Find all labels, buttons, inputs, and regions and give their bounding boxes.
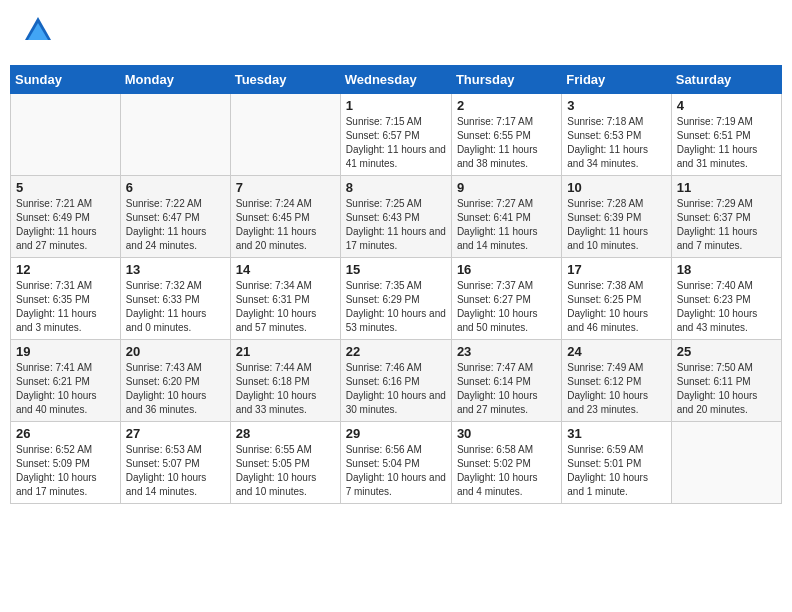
day-info: Sunrise: 7:50 AM Sunset: 6:11 PM Dayligh… bbox=[677, 361, 776, 417]
day-number: 23 bbox=[457, 344, 556, 359]
day-info: Sunrise: 7:49 AM Sunset: 6:12 PM Dayligh… bbox=[567, 361, 665, 417]
day-number: 30 bbox=[457, 426, 556, 441]
day-info: Sunrise: 7:41 AM Sunset: 6:21 PM Dayligh… bbox=[16, 361, 115, 417]
weekday-header: Saturday bbox=[671, 66, 781, 94]
weekday-header: Tuesday bbox=[230, 66, 340, 94]
day-number: 5 bbox=[16, 180, 115, 195]
day-number: 4 bbox=[677, 98, 776, 113]
day-info: Sunrise: 7:43 AM Sunset: 6:20 PM Dayligh… bbox=[126, 361, 225, 417]
day-info: Sunrise: 6:59 AM Sunset: 5:01 PM Dayligh… bbox=[567, 443, 665, 499]
calendar-cell: 30Sunrise: 6:58 AM Sunset: 5:02 PM Dayli… bbox=[451, 422, 561, 504]
calendar-cell: 11Sunrise: 7:29 AM Sunset: 6:37 PM Dayli… bbox=[671, 176, 781, 258]
calendar-cell: 9Sunrise: 7:27 AM Sunset: 6:41 PM Daylig… bbox=[451, 176, 561, 258]
day-number: 7 bbox=[236, 180, 335, 195]
calendar-cell: 20Sunrise: 7:43 AM Sunset: 6:20 PM Dayli… bbox=[120, 340, 230, 422]
calendar-cell: 7Sunrise: 7:24 AM Sunset: 6:45 PM Daylig… bbox=[230, 176, 340, 258]
day-number: 27 bbox=[126, 426, 225, 441]
calendar-cell: 19Sunrise: 7:41 AM Sunset: 6:21 PM Dayli… bbox=[11, 340, 121, 422]
day-number: 25 bbox=[677, 344, 776, 359]
day-number: 13 bbox=[126, 262, 225, 277]
day-number: 29 bbox=[346, 426, 446, 441]
day-number: 24 bbox=[567, 344, 665, 359]
calendar-cell: 4Sunrise: 7:19 AM Sunset: 6:51 PM Daylig… bbox=[671, 94, 781, 176]
calendar-week-row: 19Sunrise: 7:41 AM Sunset: 6:21 PM Dayli… bbox=[11, 340, 782, 422]
calendar-cell: 25Sunrise: 7:50 AM Sunset: 6:11 PM Dayli… bbox=[671, 340, 781, 422]
weekday-header: Sunday bbox=[11, 66, 121, 94]
day-info: Sunrise: 7:18 AM Sunset: 6:53 PM Dayligh… bbox=[567, 115, 665, 171]
calendar-week-row: 26Sunrise: 6:52 AM Sunset: 5:09 PM Dayli… bbox=[11, 422, 782, 504]
calendar-cell: 28Sunrise: 6:55 AM Sunset: 5:05 PM Dayli… bbox=[230, 422, 340, 504]
day-info: Sunrise: 7:38 AM Sunset: 6:25 PM Dayligh… bbox=[567, 279, 665, 335]
day-info: Sunrise: 7:28 AM Sunset: 6:39 PM Dayligh… bbox=[567, 197, 665, 253]
day-number: 16 bbox=[457, 262, 556, 277]
calendar-cell: 24Sunrise: 7:49 AM Sunset: 6:12 PM Dayli… bbox=[562, 340, 671, 422]
calendar-cell: 27Sunrise: 6:53 AM Sunset: 5:07 PM Dayli… bbox=[120, 422, 230, 504]
day-info: Sunrise: 7:44 AM Sunset: 6:18 PM Dayligh… bbox=[236, 361, 335, 417]
calendar-week-row: 12Sunrise: 7:31 AM Sunset: 6:35 PM Dayli… bbox=[11, 258, 782, 340]
calendar: SundayMondayTuesdayWednesdayThursdayFrid… bbox=[10, 65, 782, 504]
day-info: Sunrise: 7:46 AM Sunset: 6:16 PM Dayligh… bbox=[346, 361, 446, 417]
calendar-cell: 3Sunrise: 7:18 AM Sunset: 6:53 PM Daylig… bbox=[562, 94, 671, 176]
weekday-header: Wednesday bbox=[340, 66, 451, 94]
calendar-cell: 22Sunrise: 7:46 AM Sunset: 6:16 PM Dayli… bbox=[340, 340, 451, 422]
day-info: Sunrise: 7:47 AM Sunset: 6:14 PM Dayligh… bbox=[457, 361, 556, 417]
day-info: Sunrise: 7:27 AM Sunset: 6:41 PM Dayligh… bbox=[457, 197, 556, 253]
day-info: Sunrise: 6:52 AM Sunset: 5:09 PM Dayligh… bbox=[16, 443, 115, 499]
calendar-cell bbox=[120, 94, 230, 176]
calendar-cell: 12Sunrise: 7:31 AM Sunset: 6:35 PM Dayli… bbox=[11, 258, 121, 340]
day-info: Sunrise: 7:15 AM Sunset: 6:57 PM Dayligh… bbox=[346, 115, 446, 171]
calendar-cell: 16Sunrise: 7:37 AM Sunset: 6:27 PM Dayli… bbox=[451, 258, 561, 340]
day-number: 9 bbox=[457, 180, 556, 195]
day-info: Sunrise: 6:55 AM Sunset: 5:05 PM Dayligh… bbox=[236, 443, 335, 499]
day-info: Sunrise: 7:32 AM Sunset: 6:33 PM Dayligh… bbox=[126, 279, 225, 335]
weekday-header: Monday bbox=[120, 66, 230, 94]
weekday-header: Friday bbox=[562, 66, 671, 94]
day-number: 15 bbox=[346, 262, 446, 277]
logo bbox=[20, 15, 53, 50]
day-number: 11 bbox=[677, 180, 776, 195]
day-number: 28 bbox=[236, 426, 335, 441]
calendar-cell: 6Sunrise: 7:22 AM Sunset: 6:47 PM Daylig… bbox=[120, 176, 230, 258]
day-number: 1 bbox=[346, 98, 446, 113]
calendar-cell: 2Sunrise: 7:17 AM Sunset: 6:55 PM Daylig… bbox=[451, 94, 561, 176]
day-number: 18 bbox=[677, 262, 776, 277]
calendar-cell bbox=[671, 422, 781, 504]
day-number: 19 bbox=[16, 344, 115, 359]
day-info: Sunrise: 7:29 AM Sunset: 6:37 PM Dayligh… bbox=[677, 197, 776, 253]
day-info: Sunrise: 7:31 AM Sunset: 6:35 PM Dayligh… bbox=[16, 279, 115, 335]
calendar-cell: 15Sunrise: 7:35 AM Sunset: 6:29 PM Dayli… bbox=[340, 258, 451, 340]
day-number: 6 bbox=[126, 180, 225, 195]
calendar-cell: 8Sunrise: 7:25 AM Sunset: 6:43 PM Daylig… bbox=[340, 176, 451, 258]
day-info: Sunrise: 7:40 AM Sunset: 6:23 PM Dayligh… bbox=[677, 279, 776, 335]
day-number: 3 bbox=[567, 98, 665, 113]
day-info: Sunrise: 6:53 AM Sunset: 5:07 PM Dayligh… bbox=[126, 443, 225, 499]
day-number: 22 bbox=[346, 344, 446, 359]
logo-icon bbox=[23, 15, 53, 45]
day-number: 20 bbox=[126, 344, 225, 359]
day-info: Sunrise: 7:25 AM Sunset: 6:43 PM Dayligh… bbox=[346, 197, 446, 253]
calendar-cell: 23Sunrise: 7:47 AM Sunset: 6:14 PM Dayli… bbox=[451, 340, 561, 422]
calendar-cell: 31Sunrise: 6:59 AM Sunset: 5:01 PM Dayli… bbox=[562, 422, 671, 504]
calendar-cell: 13Sunrise: 7:32 AM Sunset: 6:33 PM Dayli… bbox=[120, 258, 230, 340]
day-info: Sunrise: 7:17 AM Sunset: 6:55 PM Dayligh… bbox=[457, 115, 556, 171]
calendar-cell: 14Sunrise: 7:34 AM Sunset: 6:31 PM Dayli… bbox=[230, 258, 340, 340]
calendar-cell: 29Sunrise: 6:56 AM Sunset: 5:04 PM Dayli… bbox=[340, 422, 451, 504]
calendar-cell: 17Sunrise: 7:38 AM Sunset: 6:25 PM Dayli… bbox=[562, 258, 671, 340]
day-number: 12 bbox=[16, 262, 115, 277]
day-info: Sunrise: 7:24 AM Sunset: 6:45 PM Dayligh… bbox=[236, 197, 335, 253]
day-info: Sunrise: 6:58 AM Sunset: 5:02 PM Dayligh… bbox=[457, 443, 556, 499]
day-info: Sunrise: 7:37 AM Sunset: 6:27 PM Dayligh… bbox=[457, 279, 556, 335]
calendar-cell: 21Sunrise: 7:44 AM Sunset: 6:18 PM Dayli… bbox=[230, 340, 340, 422]
calendar-header-row: SundayMondayTuesdayWednesdayThursdayFrid… bbox=[11, 66, 782, 94]
header bbox=[10, 10, 782, 55]
calendar-cell bbox=[11, 94, 121, 176]
weekday-header: Thursday bbox=[451, 66, 561, 94]
day-info: Sunrise: 7:19 AM Sunset: 6:51 PM Dayligh… bbox=[677, 115, 776, 171]
day-number: 8 bbox=[346, 180, 446, 195]
calendar-cell: 26Sunrise: 6:52 AM Sunset: 5:09 PM Dayli… bbox=[11, 422, 121, 504]
day-number: 10 bbox=[567, 180, 665, 195]
day-number: 2 bbox=[457, 98, 556, 113]
day-info: Sunrise: 7:21 AM Sunset: 6:49 PM Dayligh… bbox=[16, 197, 115, 253]
day-number: 21 bbox=[236, 344, 335, 359]
day-info: Sunrise: 7:22 AM Sunset: 6:47 PM Dayligh… bbox=[126, 197, 225, 253]
